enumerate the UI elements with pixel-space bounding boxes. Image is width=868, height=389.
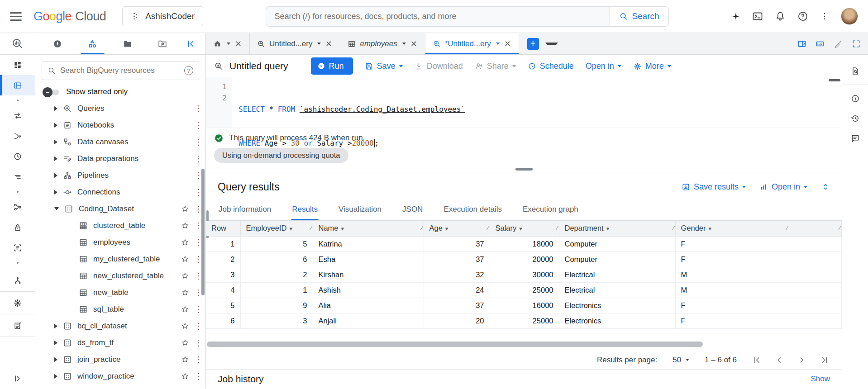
- star-icon[interactable]: [181, 255, 189, 263]
- keyboard-icon[interactable]: [816, 39, 825, 48]
- star-icon[interactable]: [181, 339, 189, 347]
- new-tab-button[interactable]: +: [527, 38, 539, 50]
- results-tab-visualization[interactable]: Visualization: [338, 205, 382, 220]
- results-tab-results[interactable]: Results: [291, 205, 319, 220]
- tree-item-ds-from-tf[interactable]: ds_from_tf ⋮: [35, 334, 205, 351]
- star-icon[interactable]: [181, 322, 189, 330]
- close-icon[interactable]: [234, 40, 242, 47]
- table-row[interactable]: 3 2 Kirshan 32 30000 Electrical M: [206, 267, 842, 282]
- kebab-icon[interactable]: ⋮: [195, 371, 201, 381]
- tree-item-data-preparations[interactable]: Data preparations ⋮: [35, 150, 205, 167]
- rail-transfers-item[interactable]: [0, 105, 35, 126]
- hamburger-menu-icon[interactable]: [10, 12, 22, 21]
- star-icon[interactable]: [181, 272, 189, 280]
- global-search-button[interactable]: Search: [610, 6, 668, 27]
- expander-icon[interactable]: [54, 173, 57, 178]
- kebab-icon[interactable]: ⋮: [195, 187, 201, 197]
- expander-icon[interactable]: [54, 374, 57, 379]
- close-icon[interactable]: [410, 40, 418, 47]
- results-tab-execution-details[interactable]: Execution details: [443, 205, 503, 220]
- table-row[interactable]: 4 1 Ashish 24 25000 Electrical M: [206, 282, 842, 298]
- collapse-explorer-button[interactable]: [180, 39, 201, 49]
- cloud-shell-button[interactable]: [752, 11, 763, 22]
- tree-item-notebooks[interactable]: Notebooks ⋮: [35, 117, 205, 133]
- star-icon[interactable]: [181, 205, 189, 213]
- expander-icon[interactable]: [54, 357, 57, 362]
- close-icon[interactable]: [504, 40, 511, 47]
- fullscreen-icon[interactable]: [852, 39, 861, 48]
- rail-scheduling-item[interactable]: [0, 146, 35, 166]
- sort-caret-icon[interactable]: ▾: [709, 225, 712, 232]
- first-page-button[interactable]: [752, 356, 761, 365]
- kebab-icon[interactable]: ⋮: [195, 304, 201, 314]
- explorer-scrollbar[interactable]: [201, 169, 205, 295]
- search-editor-button[interactable]: [842, 61, 868, 81]
- star-icon[interactable]: [181, 305, 189, 313]
- tree-item-new-table[interactable]: new_table ⋮: [35, 284, 205, 301]
- expander-icon[interactable]: [54, 324, 57, 328]
- kebab-icon[interactable]: ⋮: [195, 355, 201, 365]
- editor-scrollbar[interactable]: [829, 79, 840, 81]
- column-header-row[interactable]: Row: [206, 221, 240, 236]
- star-icon[interactable]: [181, 222, 189, 230]
- rail-governance-item[interactable]: [0, 270, 35, 290]
- tree-item-pipelines[interactable]: Pipelines ⋮: [35, 167, 205, 184]
- tree-item-my-clustered-table[interactable]: my_clustered_table ⋮: [35, 251, 205, 267]
- star-icon[interactable]: [181, 356, 189, 364]
- split-editor-icon[interactable]: [797, 39, 806, 48]
- magic-pen-icon[interactable]: [834, 39, 843, 48]
- tab-home[interactable]: [206, 33, 250, 54]
- more-options-button[interactable]: [820, 12, 829, 21]
- sql-code[interactable]: SELECT * FROM `ashishcoder.Coding_Datase…: [232, 77, 842, 128]
- show-job-history-link[interactable]: Show: [811, 375, 830, 384]
- tree-item-connections[interactable]: Connections ⋮: [35, 184, 205, 200]
- bigquery-resource-search[interactable]: ?: [42, 61, 199, 80]
- explorer-tab-workspace[interactable]: [75, 33, 110, 54]
- table-row[interactable]: 1 5 Katrina 37 18000 Computer F: [206, 236, 842, 251]
- sort-caret-icon[interactable]: ▾: [519, 225, 522, 232]
- star-icon[interactable]: [181, 372, 189, 380]
- results-tab-job-information[interactable]: Job information: [218, 205, 272, 220]
- save-results-button[interactable]: Save results: [682, 182, 746, 192]
- open-in-button[interactable]: Open in: [586, 62, 621, 71]
- sort-caret-icon[interactable]: ▾: [606, 225, 610, 232]
- expander-icon[interactable]: [54, 341, 57, 345]
- tree-item-sql-table[interactable]: sql_table ⋮: [35, 301, 205, 318]
- column-header-gender[interactable]: Gender▾∕∕: [675, 221, 789, 236]
- rail-secure-item[interactable]: [0, 217, 35, 237]
- rail-monitoring-item[interactable]: [0, 166, 35, 187]
- notifications-button[interactable]: [775, 11, 786, 22]
- sort-caret-icon[interactable]: ▾: [445, 225, 448, 232]
- job-info-button[interactable]: [842, 89, 868, 109]
- column-header-employeeid[interactable]: EmployeeID▾∕∕: [240, 221, 313, 236]
- tree-item-window-practice[interactable]: window_practice ⋮: [35, 368, 205, 384]
- tree-item-data-canvases[interactable]: Data canvases ⋮: [35, 133, 205, 150]
- search-help-icon[interactable]: ?: [184, 66, 193, 75]
- share-button[interactable]: Share: [475, 62, 516, 71]
- rail-release-notes-item[interactable]: [0, 315, 35, 336]
- tab-caret-icon[interactable]: [496, 43, 500, 45]
- rail-metadata-item[interactable]: [0, 237, 35, 258]
- download-button[interactable]: Download: [415, 62, 463, 71]
- kebab-icon[interactable]: ⋮: [195, 254, 201, 264]
- results-tab-json[interactable]: JSON: [401, 205, 424, 220]
- tree-item-clustered-table[interactable]: clustered_table ⋮: [35, 217, 205, 234]
- expander-icon[interactable]: [54, 106, 57, 111]
- rail-welcome-item[interactable]: [0, 55, 35, 75]
- bigquery-resource-search-input[interactable]: [60, 66, 180, 75]
- last-page-button[interactable]: [820, 356, 829, 365]
- rail-workspace-item[interactable]: [0, 75, 35, 95]
- kebab-icon[interactable]: ⋮: [195, 171, 201, 180]
- rail-expand-button[interactable]: [0, 368, 35, 389]
- global-search-box[interactable]: [266, 6, 610, 27]
- feedback-button[interactable]: [842, 128, 868, 148]
- tab-caret-icon[interactable]: [402, 43, 406, 45]
- results-tab-execution-graph[interactable]: Execution graph: [522, 205, 579, 220]
- tab-list-caret-icon[interactable]: [545, 43, 558, 45]
- expander-icon[interactable]: [54, 140, 57, 144]
- rail-dataflow-item[interactable]: [0, 126, 35, 146]
- star-icon[interactable]: [181, 238, 189, 247]
- help-button[interactable]: [797, 11, 808, 22]
- table-row[interactable]: 2 6 Esha 37 20000 Computer F: [206, 251, 842, 267]
- tab-caret-icon[interactable]: [227, 43, 230, 45]
